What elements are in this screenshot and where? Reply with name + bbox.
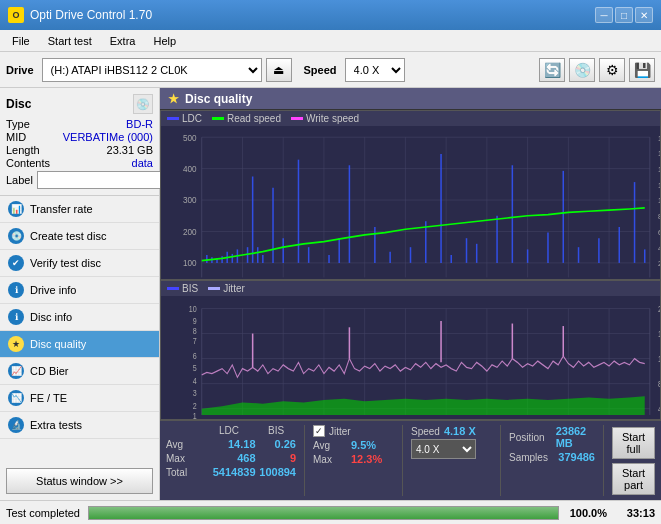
fe-te-icon: 📉	[8, 390, 24, 406]
status-bar: Test completed 100.0% 33:13	[0, 500, 661, 524]
disc-info-nav-icon: ℹ	[8, 309, 24, 325]
svg-text:4: 4	[193, 376, 197, 386]
speed-select[interactable]: 4.0 X	[345, 58, 405, 82]
speed-stats: Speed 4.18 X 4.0 X	[402, 425, 492, 496]
jitter-max-row: Max 12.3%	[313, 453, 394, 465]
progress-percent: 100.0%	[567, 507, 607, 519]
eject-button[interactable]: ⏏	[266, 58, 292, 82]
avg-ldc: 14.18	[203, 438, 256, 450]
nav-extra-tests[interactable]: 🔬 Extra tests	[0, 412, 159, 439]
stats-blank-header	[166, 425, 202, 436]
avg-label: Avg	[166, 439, 201, 450]
minimize-button[interactable]: ─	[595, 7, 613, 23]
time-display: 33:13	[615, 507, 655, 519]
title-bar-left: O Opti Drive Control 1.70	[8, 7, 152, 23]
jitter-avg-label: Avg	[313, 440, 349, 451]
close-button[interactable]: ✕	[635, 7, 653, 23]
svg-text:400: 400	[183, 164, 197, 174]
menu-extra[interactable]: Extra	[102, 33, 144, 49]
menu-file[interactable]: File	[4, 33, 38, 49]
total-ldc: 5414839	[203, 466, 256, 478]
total-label: Total	[166, 467, 201, 478]
verify-test-disc-icon: ✔	[8, 255, 24, 271]
samples-val: 379486	[558, 451, 595, 463]
svg-text:200: 200	[183, 226, 197, 236]
stats-headers: LDC BIS	[166, 425, 296, 436]
maximize-button[interactable]: □	[615, 7, 633, 23]
start-part-button[interactable]: Start part	[612, 463, 655, 495]
menu-help[interactable]: Help	[145, 33, 184, 49]
toolbar: Drive (H:) ATAPI iHBS112 2 CL0K ⏏ Speed …	[0, 52, 661, 88]
status-window-button[interactable]: Status window >>	[6, 468, 153, 494]
position-row: Position 23862 MB	[509, 425, 595, 449]
svg-text:2: 2	[193, 401, 197, 411]
progress-bar	[88, 506, 559, 520]
disc-length-row: Length 23.31 GB	[6, 144, 153, 156]
legend-write-color	[291, 117, 303, 120]
nav-verify-test-disc[interactable]: ✔ Verify test disc	[0, 250, 159, 277]
disc-info-icon[interactable]: 💿	[133, 94, 153, 114]
nav-fe-te[interactable]: 📉 FE / TE	[0, 385, 159, 412]
samples-label: Samples	[509, 452, 554, 463]
svg-text:10: 10	[189, 305, 197, 315]
svg-text:8X: 8X	[658, 212, 660, 221]
transfer-rate-icon: 📊	[8, 201, 24, 217]
speed-stat-val: 4.18 X	[444, 425, 476, 437]
legend-bis-color	[167, 287, 179, 290]
svg-text:300: 300	[183, 195, 197, 205]
avg-bis: 0.26	[258, 438, 296, 450]
svg-text:12%: 12%	[658, 355, 660, 365]
nav-transfer-rate[interactable]: 📊 Transfer rate	[0, 196, 159, 223]
content-header: ★ Disc quality	[160, 88, 661, 110]
disc-label-input[interactable]	[37, 171, 170, 189]
disc-contents-value: data	[132, 157, 153, 169]
nav-create-test-disc[interactable]: 💿 Create test disc	[0, 223, 159, 250]
refresh-button[interactable]: 🔄	[539, 58, 565, 82]
progress-fill	[89, 507, 558, 519]
nav-create-test-disc-label: Create test disc	[30, 230, 106, 242]
settings-button[interactable]: ⚙	[599, 58, 625, 82]
start-full-button[interactable]: Start full	[612, 427, 655, 459]
legend-read-label: Read speed	[227, 113, 281, 124]
disc-panel: Disc 💿 Type BD-R MID VERBATIMe (000) Len…	[0, 88, 159, 196]
svg-text:12X: 12X	[658, 180, 660, 189]
disc-label-label: Label	[6, 174, 33, 186]
svg-text:9: 9	[193, 316, 197, 326]
nav-disc-quality[interactable]: ★ Disc quality	[0, 331, 159, 358]
position-label: Position	[509, 432, 552, 443]
bottom-chart-svg: 10 9 8 7 6 5 4 3 2 1 20% 16% 12% 8% 4% 0…	[161, 296, 660, 420]
disc-type-value: BD-R	[126, 118, 153, 130]
jitter-stats: ✓ Jitter Avg 9.5% Max 12.3%	[304, 425, 394, 496]
sidebar: Disc 💿 Type BD-R MID VERBATIMe (000) Len…	[0, 88, 160, 500]
total-bis: 100894	[258, 466, 296, 478]
bottom-chart-legend: BIS Jitter	[161, 281, 660, 296]
drive-select[interactable]: (H:) ATAPI iHBS112 2 CL0K	[42, 58, 262, 82]
jitter-checkbox[interactable]: ✓	[313, 425, 325, 437]
cd-bier-icon: 📈	[8, 363, 24, 379]
disc-type-row: Type BD-R	[6, 118, 153, 130]
speed-label: Speed	[304, 64, 337, 76]
nav-cd-bier[interactable]: 📈 CD Bier	[0, 358, 159, 385]
disc-button[interactable]: 💿	[569, 58, 595, 82]
nav-fe-te-label: FE / TE	[30, 392, 67, 404]
svg-text:18X: 18X	[658, 133, 660, 142]
speed-stats-select[interactable]: 4.0 X	[411, 439, 476, 459]
create-test-disc-icon: 💿	[8, 228, 24, 244]
disc-mid-value: VERBATIMe (000)	[63, 131, 153, 143]
nav-drive-info[interactable]: ℹ Drive info	[0, 277, 159, 304]
disc-label-row: Label ✏	[6, 171, 153, 189]
save-button[interactable]: 💾	[629, 58, 655, 82]
svg-text:2X: 2X	[658, 259, 660, 268]
menu-start-test[interactable]: Start test	[40, 33, 100, 49]
nav-disc-info[interactable]: ℹ Disc info	[0, 304, 159, 331]
svg-text:6: 6	[193, 351, 197, 361]
max-row: Max 468 9	[166, 452, 296, 464]
disc-length-label: Length	[6, 144, 40, 156]
position-val: 23862 MB	[556, 425, 595, 449]
start-buttons: Start full Start part	[603, 425, 655, 496]
legend-ldc: LDC	[167, 113, 202, 124]
drive-info-icon: ℹ	[8, 282, 24, 298]
top-chart: LDC Read speed Write speed	[160, 110, 661, 280]
content-header-icon: ★	[168, 92, 179, 106]
top-chart-svg: 500 400 300 200 100 18X 16X 14X 12X 10X …	[161, 126, 660, 280]
